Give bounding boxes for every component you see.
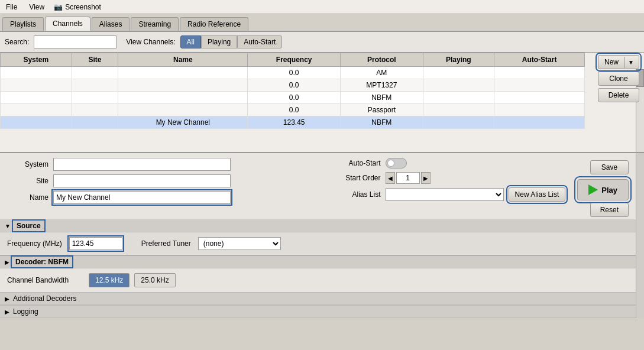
clone-button[interactable]: Clone [598,72,639,86]
view-menu[interactable]: View [27,2,47,12]
logging-arrow: ▶ [5,309,9,315]
search-label: Search: [5,38,29,46]
preferred-tuner-label: Preferred Tuner [141,239,191,248]
system-label: System [7,160,48,168]
new-dropdown-arrow[interactable]: ▼ [624,57,637,68]
source-header[interactable]: ▼ Source [0,220,636,232]
alias-list-row: Alias List New Alias List [328,187,566,202]
site-row: Site [7,174,316,187]
spinner-decrement[interactable]: ◀ [386,172,395,184]
bandwidth-125-button[interactable]: 12.5 kHz [89,273,130,287]
tab-aliases[interactable]: Aliases [92,17,130,31]
col-protocol: Protocol [341,53,423,67]
reset-button[interactable]: Reset [590,203,629,217]
tab-bar: Playlists Channels Aliases Streaming Rad… [0,14,644,32]
decoder-section: ▶ Decoder: NBFM Channel Bandwidth 12.5 k… [0,255,636,292]
autostart-row: Auto-Start [328,158,566,168]
alias-list-select[interactable] [386,188,504,201]
search-input[interactable] [34,35,116,48]
filter-buttons: All Playing Auto-Start [180,35,283,48]
source-collapse-arrow: ▼ [5,223,11,229]
source-content: Frequency (MHz) Preferred Tuner (none) [0,232,636,255]
col-frequency: Frequency [248,53,341,67]
camera-icon: 📷 [54,3,63,11]
col-name: Name [118,53,248,67]
additional-decoders-arrow: ▶ [5,296,9,302]
decoder-header[interactable]: ▶ Decoder: NBFM [0,255,636,268]
form-section: System Site Name Auto-Start [0,153,636,220]
start-order-row: Start Order ◀ ▶ [328,172,566,184]
table-action-buttons: New ▼ Clone Delete [598,55,639,102]
toggle-knob [387,160,394,167]
delete-button[interactable]: Delete [598,88,639,102]
tab-streaming[interactable]: Streaming [131,17,179,31]
table-row[interactable]: My New Channel123.45NBFM [1,116,585,129]
site-label: Site [7,177,48,185]
start-order-label: Start Order [328,174,381,182]
bandwidth-250-button[interactable]: 25.0 kHz [134,273,175,287]
form-left: System Site Name [7,158,316,217]
system-input[interactable] [53,158,231,171]
view-channels-label: View Channels: [126,38,175,46]
frequency-row: Frequency (MHz) Preferred Tuner (none) [7,237,629,250]
frequency-input[interactable] [69,237,122,250]
source-label: Source [14,222,43,230]
source-section: ▼ Source Frequency (MHz) Preferred Tuner… [0,220,636,255]
additional-decoders-header[interactable]: ▶ Additional Decoders [0,292,636,305]
system-row: System [7,158,316,171]
name-row: Name [7,191,316,204]
channel-table-area: System Site Name Frequency Protocol Play… [0,53,644,153]
form-middle: Auto-Start Start Order ◀ ▶ [328,158,566,217]
logging-header[interactable]: ▶ Logging [0,305,636,318]
col-system: System [1,53,72,67]
start-order-spinner: ◀ ▶ [386,172,431,184]
filter-playing-button[interactable]: Playing [201,35,237,48]
table-row[interactable]: 0.0Passport [1,104,585,116]
spinner-value[interactable] [396,172,420,184]
name-input[interactable] [53,191,231,204]
new-button-group[interactable]: New ▼ [598,55,639,69]
file-menu[interactable]: File [4,2,20,12]
bandwidth-label: Channel Bandwidth [7,276,84,284]
detail-panel: System Site Name Auto-Start [0,153,644,318]
table-row[interactable]: 0.0MPT1327 [1,79,585,92]
decoder-collapse-arrow: ▶ [5,259,9,265]
detail-inner: System Site Name Auto-Start [0,153,644,318]
filter-all-button[interactable]: All [180,35,201,48]
col-playing: Playing [423,53,494,67]
autostart-toggle[interactable] [386,158,407,168]
bandwidth-row: Channel Bandwidth 12.5 kHz 25.0 kHz [7,273,629,287]
decoder-content: Channel Bandwidth 12.5 kHz 25.0 kHz [0,268,636,292]
form-right-buttons: Save Play Reset [577,158,629,217]
right-scrollbar[interactable] [636,153,644,318]
new-alias-list-button[interactable]: New Alias List [509,187,566,202]
play-icon [588,184,598,195]
play-button-wrapper: Play [577,179,629,200]
additional-decoders-label: Additional Decoders [13,294,76,303]
table-row[interactable]: 0.0NBFM [1,92,585,104]
frequency-label: Frequency (MHz) [7,239,62,248]
tab-radio-reference[interactable]: Radio Reference [180,17,248,31]
tab-channels[interactable]: Channels [45,17,90,31]
screenshot-button[interactable]: 📷 Screenshot [54,3,101,11]
spinner-increment[interactable]: ▶ [421,172,431,184]
name-label: Name [7,193,48,202]
new-button-label[interactable]: New [598,56,624,69]
alias-list-label: Alias List [328,190,381,199]
play-label: Play [601,186,617,195]
save-button[interactable]: Save [590,160,629,174]
autostart-label: Auto-Start [328,159,381,167]
tab-playlists[interactable]: Playlists [2,17,44,31]
play-button[interactable]: Play [577,179,629,200]
site-input[interactable] [53,174,231,187]
logging-label: Logging [13,307,38,316]
col-site: Site [72,53,118,67]
table-row[interactable]: 0.0AM [1,67,585,79]
channel-table: System Site Name Frequency Protocol Play… [0,53,585,129]
search-toolbar: Search: View Channels: All Playing Auto-… [0,32,644,53]
menu-bar: File View 📷 Screenshot [0,0,644,14]
decoder-label: Decoder: NBFM [13,258,71,266]
preferred-tuner-select[interactable]: (none) [198,237,281,250]
filter-autostart-button[interactable]: Auto-Start [237,35,282,48]
col-autostart: Auto-Start [494,53,585,67]
